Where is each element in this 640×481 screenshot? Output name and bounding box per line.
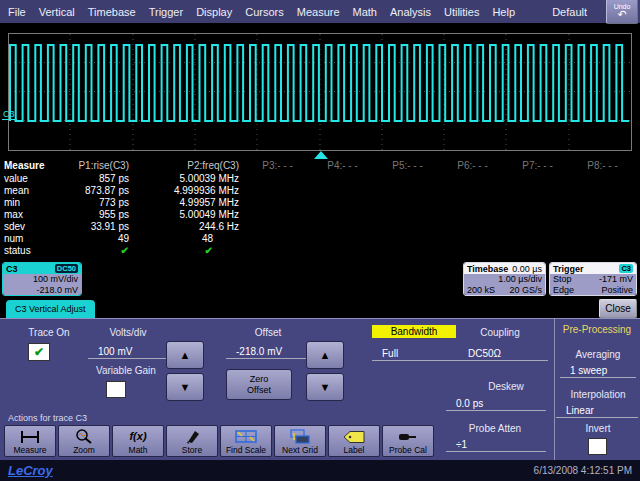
variable-gain-checkbox[interactable] bbox=[106, 381, 126, 398]
trigger-title: Trigger bbox=[553, 264, 584, 274]
trigger-position-marker[interactable] bbox=[314, 151, 328, 159]
tab-c3-vertical-adjust[interactable]: C3 Vertical Adjust bbox=[6, 300, 95, 318]
averaging-field[interactable]: 1 sweep bbox=[560, 364, 636, 378]
param-header-p7[interactable]: P7:- - - bbox=[505, 160, 570, 171]
channel-offset: -218.0 mV bbox=[36, 285, 78, 296]
probe-atten-field[interactable]: ÷1 bbox=[446, 438, 546, 452]
row-label-num: num bbox=[0, 233, 60, 244]
channel3-trace bbox=[10, 45, 629, 121]
interpolation-field[interactable]: Linear bbox=[556, 404, 638, 418]
actions-for-trace-label: Actions for trace C3 bbox=[8, 413, 87, 423]
channel-name: C3 bbox=[6, 264, 18, 274]
table-row: mean 873.87 ps 4.999936 MHz bbox=[0, 184, 640, 196]
timebase-descriptor-box[interactable]: Timebase 0.00 µs 1.00 µs/div 200 kS 20 G… bbox=[463, 262, 546, 296]
param-header-p8[interactable]: P8:- - - bbox=[570, 160, 635, 171]
volts-div-decrease-button[interactable]: ▼ bbox=[166, 373, 204, 401]
zero-offset-button[interactable]: Zero Offset bbox=[226, 369, 292, 400]
channel-volts-per-div: 100 mV/div bbox=[33, 274, 78, 285]
menu-item-math[interactable]: Math bbox=[353, 6, 377, 18]
volts-div-label: Volts/div bbox=[88, 327, 168, 338]
dialog-tab-strip: C3 Vertical Adjust Close bbox=[0, 298, 640, 318]
menu-item-timebase[interactable]: Timebase bbox=[88, 6, 136, 18]
probe-cal-button[interactable]: Probe Cal bbox=[382, 425, 434, 457]
param-header-p2[interactable]: P2:freq(C3) bbox=[135, 160, 245, 171]
menu-item-vertical[interactable]: Vertical bbox=[39, 6, 75, 18]
grid-lines bbox=[9, 34, 631, 150]
menu-item-trigger[interactable]: Trigger bbox=[149, 6, 183, 18]
dialog-body: Trace On ✔ Volts/div 100 mV ▲ Variable G… bbox=[0, 318, 640, 460]
p1-status-check-icon: ✔ bbox=[60, 245, 135, 256]
param-header-p3[interactable]: P3:- - - bbox=[245, 160, 310, 171]
undo-button[interactable]: Undo ↶ bbox=[606, 0, 638, 24]
interpolation-label: Interpolation bbox=[558, 389, 638, 400]
menu-item-help[interactable]: Help bbox=[492, 6, 515, 18]
menu-item-utilities[interactable]: Utilities bbox=[444, 6, 479, 18]
label-button[interactable]: Label bbox=[328, 425, 380, 457]
table-row: value 857 ps 5.00039 MHz bbox=[0, 172, 640, 184]
offset-label: Offset bbox=[226, 327, 310, 338]
panel-divider bbox=[554, 319, 555, 461]
p1-value: 857 ps bbox=[60, 173, 135, 184]
timebase-samples: 200 kS bbox=[467, 285, 495, 296]
channel3-descriptor-box[interactable]: C3 DC50 100 mV/div -218.0 mV bbox=[2, 262, 82, 296]
p1-sdev: 33.91 ps bbox=[60, 221, 135, 232]
probe-atten-label: Probe Atten bbox=[452, 423, 538, 434]
table-row: min 773 ps 4.99957 MHz bbox=[0, 196, 640, 208]
param-header-p6[interactable]: P6:- - - bbox=[440, 160, 505, 171]
p2-value: 5.00039 MHz bbox=[135, 173, 245, 184]
next-grid-icon bbox=[289, 428, 311, 445]
coupling-field[interactable]: DC50Ω bbox=[458, 347, 548, 361]
p2-status-check-icon: ✔ bbox=[135, 245, 245, 256]
zoom-button[interactable]: Zoom bbox=[58, 425, 110, 457]
math-button[interactable]: f(x) Math bbox=[112, 425, 164, 457]
next-grid-button[interactable]: Next Grid bbox=[274, 425, 326, 457]
p2-mean: 4.999936 MHz bbox=[135, 185, 245, 196]
p2-min: 4.99957 MHz bbox=[135, 197, 245, 208]
timebase-scale: 1.00 µs/div bbox=[498, 274, 542, 285]
default-setup-label[interactable]: Default bbox=[552, 6, 587, 18]
up-arrow-icon: ▲ bbox=[320, 349, 331, 361]
trigger-level: -171 mV bbox=[599, 274, 633, 285]
menu-item-display[interactable]: Display bbox=[196, 6, 232, 18]
trigger-type: Edge bbox=[553, 285, 574, 296]
invert-checkbox[interactable] bbox=[588, 438, 607, 455]
menu-item-measure[interactable]: Measure bbox=[297, 6, 340, 18]
tag-icon bbox=[342, 428, 366, 445]
param-header-p4[interactable]: P4:- - - bbox=[310, 160, 375, 171]
descriptor-row: C3 DC50 100 mV/div -218.0 mV Timebase 0.… bbox=[0, 256, 640, 298]
p2-sdev: 244.6 Hz bbox=[135, 221, 245, 232]
table-row: status ✔ ✔ bbox=[0, 244, 640, 256]
fx-icon: f(x) bbox=[129, 428, 146, 445]
trace-on-checkbox[interactable]: ✔ bbox=[28, 343, 50, 361]
param-header-p1[interactable]: P1:rise(C3) bbox=[60, 160, 135, 171]
menu-item-analysis[interactable]: Analysis bbox=[390, 6, 431, 18]
measure-button[interactable]: Measure bbox=[4, 425, 56, 457]
down-arrow-icon: ▼ bbox=[320, 381, 331, 393]
menu-item-file[interactable]: File bbox=[8, 6, 26, 18]
param-header-p5[interactable]: P5:- - - bbox=[375, 160, 440, 171]
row-label-value: value bbox=[0, 173, 60, 184]
deskew-field[interactable]: 0.0 ps bbox=[446, 397, 546, 411]
status-bar: LeCroy 6/13/2008 4:12:51 PM bbox=[0, 460, 640, 481]
invert-label: Invert bbox=[568, 423, 628, 434]
store-button[interactable]: Store bbox=[166, 425, 218, 457]
coupling-label: Coupling bbox=[458, 327, 542, 338]
offset-decrease-button[interactable]: ▼ bbox=[306, 373, 344, 401]
find-scale-button[interactable]: Find Scale bbox=[220, 425, 272, 457]
p1-mean: 873.87 ps bbox=[60, 185, 135, 196]
timebase-title: Timebase bbox=[467, 264, 508, 274]
lecroy-logo: LeCroy bbox=[8, 463, 53, 478]
row-label-sdev: sdev bbox=[0, 221, 60, 232]
close-button[interactable]: Close bbox=[599, 299, 637, 318]
channel3-trace-label[interactable]: C3 bbox=[3, 109, 15, 119]
measure-header-row: Measure P1:rise(C3) P2:freq(C3) P3:- - -… bbox=[0, 159, 640, 172]
offset-increase-button[interactable]: ▲ bbox=[306, 341, 344, 369]
table-row: num 49 48 bbox=[0, 232, 640, 244]
bandwidth-field[interactable]: Full bbox=[372, 347, 462, 361]
menu-item-cursors[interactable]: Cursors bbox=[245, 6, 284, 18]
offset-field[interactable]: -218.0 mV bbox=[226, 345, 312, 359]
volts-div-field[interactable]: 100 mV bbox=[88, 345, 168, 359]
p1-num: 49 bbox=[60, 233, 135, 244]
trigger-descriptor-box[interactable]: Trigger C3 Stop -171 mV Edge Positive bbox=[549, 262, 637, 296]
undo-icon: ↶ bbox=[617, 9, 626, 20]
